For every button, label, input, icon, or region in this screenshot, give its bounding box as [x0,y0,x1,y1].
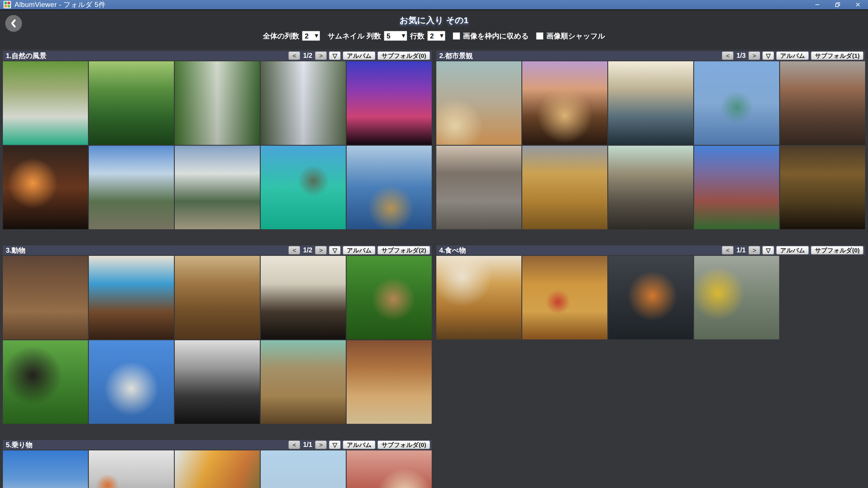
thumbnail-vizsla-dogs-pair[interactable] [175,256,260,339]
rows-label: 行数 [410,31,425,41]
prev-page-button[interactable]: < [288,246,300,254]
window-controls [807,0,868,9]
next-page-button[interactable]: > [315,246,327,254]
thumbnail-nyc-skyline[interactable] [608,61,693,145]
thumbnail-grid [3,450,432,488]
app-icon-square [7,5,10,7]
thumbnail-corn-green-peppers[interactable] [694,256,779,339]
collapse-button[interactable]: ▽ [329,52,341,60]
next-page-button[interactable]: > [315,52,327,60]
page-indicator: 1/3 [736,52,746,60]
thumbnail-mountain-valley-lake[interactable] [175,146,260,229]
collapse-button[interactable]: ▽ [329,441,341,449]
collapse-button[interactable]: ▽ [763,246,774,254]
collapse-button[interactable]: ▽ [329,246,341,254]
next-page-button[interactable]: > [748,246,760,254]
thumbnail-helicopter-cloudy-sky[interactable] [3,450,88,488]
titlebar: AlbumViewer - フォルダ 5件 [0,0,868,10]
album-title: 4.食べ物 [439,246,466,255]
thumbnail-black-tan-dog-bw[interactable] [175,340,260,424]
thumbnail-red-roof-tower[interactable] [694,146,779,229]
album-button[interactable]: アルバム [776,246,809,254]
thumbnail-turquoise-lagoon-rock[interactable] [261,146,346,229]
minimize-button[interactable] [807,0,828,9]
album-button[interactable]: アルバム [776,52,809,60]
album-button[interactable]: アルバム [343,52,375,60]
prev-page-button[interactable]: < [288,441,300,449]
thumbnail-statue-of-liberty[interactable] [694,61,779,145]
thumbnail-hot-air-balloon[interactable] [175,450,260,488]
thumbnail-columns-select[interactable]: 5 [384,31,407,41]
thumbnail-forest-waterfall[interactable] [175,61,260,145]
albums-grid: 1.自然の風景 < 1/2 > ▽ アルバム サブフォルダ(0) 2.都市景観 … [3,51,865,488]
thumbnail-skyscraper-sunset[interactable] [436,61,521,145]
rows-select[interactable]: 2 [427,31,445,41]
subfolder-button[interactable]: サブフォルダ(0) [378,441,430,449]
thumbnail-white-dog-blue-sky[interactable] [89,340,174,424]
thumbnail-tabby-cat-warm-light[interactable] [347,340,432,424]
thumbnail-night-aerial-golden[interactable] [780,146,865,229]
prev-page-button[interactable]: < [722,52,734,60]
close-icon [855,1,861,8]
thumbnail-seaplane-blue-sky[interactable] [261,450,346,488]
thumbnail-cobblestone-square[interactable] [436,146,521,229]
close-button[interactable] [848,0,868,9]
album-header: 3.動物 < 1/2 > ▽ アルバム サブフォルダ(2) [3,246,432,255]
thumbnail-shepherd-dog-blue[interactable] [89,256,174,339]
page-indicator: 1/1 [736,246,746,254]
subfolder-button[interactable]: サブフォルダ(1) [811,52,863,60]
shuffle-label: 画像順シャッフル [546,31,605,41]
thumbnail-forest-sun-glow[interactable] [3,146,88,229]
album-title: 5.乗り物 [6,440,33,450]
thumbnail-bamboo-forest[interactable] [89,61,174,145]
thumbnail-curved-street-birds[interactable] [608,146,693,229]
fit-in-frame-checkbox[interactable] [453,32,460,40]
restore-icon [834,1,841,8]
shuffle-checkbox[interactable] [536,32,544,40]
album-button[interactable]: アルバム [343,246,375,254]
album-header: 4.食べ物 < 1/1 > ▽ アルバム サブフォルダ(0) [436,246,865,255]
shuffle-option: 画像順シャッフル [536,31,605,41]
album-button[interactable]: アルバム [343,441,375,449]
restore-button[interactable] [828,0,848,9]
thumbnail-baroque-cathedral[interactable] [522,146,607,229]
subfolder-button[interactable]: サブフォルダ(2) [378,246,430,254]
next-page-button[interactable]: > [748,52,760,60]
overall-columns-select[interactable]: 2 [302,31,320,41]
collapse-button[interactable]: ▽ [763,52,774,60]
thumbnail-wolf-dog-profile[interactable] [261,340,346,424]
prev-page-button[interactable]: < [722,246,734,254]
album-header: 1.自然の風景 < 1/2 > ▽ アルバム サブフォルダ(0) [3,51,432,60]
thumbnail-river-rocky-shore[interactable] [89,146,174,229]
thumbnail-doberman-profile[interactable] [261,256,346,339]
next-page-button[interactable]: > [315,441,327,449]
thumbnail-wooden-pier-lake[interactable] [347,146,432,229]
thumbnail-snowmobile-rider[interactable] [89,450,174,488]
thumbnail-night-city-aerial[interactable] [522,61,607,145]
subfolder-button[interactable]: サブフォルダ(0) [378,52,430,60]
thumbnail-pumpkin-salad-dark-plate[interactable] [608,256,693,339]
page-indicator: 1/1 [303,441,312,449]
album-section: 4.食べ物 < 1/1 > ▽ アルバム サブフォルダ(0) [436,246,865,339]
app-icon-square [4,5,7,7]
thumbnail-old-town-street[interactable] [780,61,865,145]
thumbnail-red-car-sun-flare[interactable] [347,450,432,488]
thumbnail-purple-sunset-trees[interactable] [347,61,432,145]
thumbnail-dog-lying-brick-floor[interactable] [3,256,88,339]
back-button[interactable] [5,15,22,32]
thumbnail-grid [436,256,865,339]
page-indicator: 1/2 [303,246,312,254]
prev-page-button[interactable]: < [288,52,300,60]
app-icon [3,1,11,8]
album-title: 3.動物 [6,246,26,255]
thumbnail-puppy-on-grass[interactable] [347,256,432,339]
thumbnail-dog-and-kitten[interactable] [3,340,88,424]
thumbnail-amber-tea-glasses[interactable] [436,256,521,339]
subfolder-button[interactable]: サブフォルダ(0) [811,246,863,254]
thumbnail-grid [3,61,432,229]
page-title: お気に入り その1 [0,10,868,26]
fit-in-frame-option: 画像を枠内に収める [453,31,529,41]
thumbnail-waterfall-emerald-pool[interactable] [3,61,88,145]
thumbnail-baked-lasagna-tomato[interactable] [522,256,607,339]
thumbnail-large-waterfall[interactable] [261,61,346,145]
